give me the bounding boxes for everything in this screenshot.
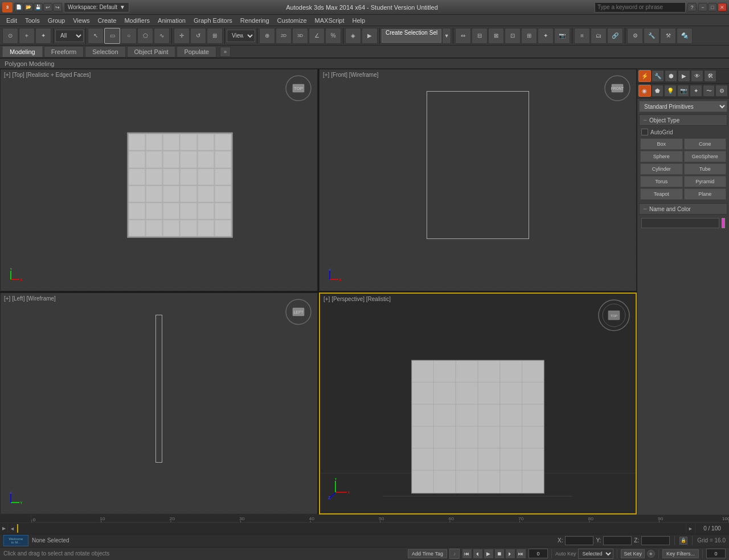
- motion-icon[interactable]: ▶: [678, 70, 690, 82]
- utilities-icon[interactable]: 🛠: [704, 70, 716, 82]
- menu-create[interactable]: Create: [93, 16, 120, 25]
- primitives-dropdown[interactable]: Standard Primitives: [639, 101, 727, 112]
- name-color-header[interactable]: − Name and Color: [639, 203, 727, 215]
- selected-dropdown[interactable]: Selected: [578, 549, 613, 559]
- play-btn[interactable]: ▶: [484, 549, 494, 559]
- viewport-front[interactable]: [+] [Front] [Wireframe] FRONT: [319, 69, 637, 291]
- audio-icon[interactable]: ♪: [449, 549, 460, 559]
- timeline-bar[interactable]: [17, 523, 686, 534]
- help-icon[interactable]: ?: [687, 3, 697, 11]
- select-rect-btn[interactable]: ▭: [104, 28, 120, 44]
- extra-btn4[interactable]: 🔩: [677, 28, 693, 44]
- btn-sphere[interactable]: Sphere: [640, 151, 683, 162]
- helpers-icon[interactable]: ✦: [690, 85, 702, 97]
- frame-nav-right[interactable]: ►: [686, 523, 695, 534]
- menu-graph-editors[interactable]: Graph Editors: [190, 16, 236, 25]
- maximize-button[interactable]: □: [708, 3, 717, 11]
- snap-3d-btn[interactable]: 3D: [292, 28, 308, 44]
- extra-btn2[interactable]: 🔧: [644, 28, 660, 44]
- filter-dropdown[interactable]: All: [55, 30, 84, 42]
- percent-snap-btn[interactable]: %: [325, 28, 341, 44]
- spacing-btn[interactable]: ⊠: [488, 28, 504, 44]
- modify-icon[interactable]: 🔧: [652, 70, 664, 82]
- select-lasso-btn[interactable]: ∿: [154, 28, 170, 44]
- menu-rendering[interactable]: Rendering: [236, 16, 273, 25]
- frame-input[interactable]: [529, 549, 548, 558]
- hierarchy-icon[interactable]: ⬢: [665, 70, 677, 82]
- menu-modifiers[interactable]: Modifiers: [120, 16, 154, 25]
- undo-btn[interactable]: ↩: [43, 3, 52, 11]
- tab-selection[interactable]: Selection: [85, 46, 125, 57]
- create-icon[interactable]: ⚡: [638, 70, 651, 82]
- tab-object-paint[interactable]: Object Paint: [127, 46, 176, 57]
- new-btn[interactable]: 📄: [14, 3, 23, 11]
- normal-align-btn[interactable]: ⊞: [521, 28, 537, 44]
- btn-cone[interactable]: Cone: [684, 138, 727, 150]
- menu-group[interactable]: Group: [44, 16, 69, 25]
- name-input[interactable]: [641, 218, 719, 228]
- viewport-perspective[interactable]: [+] [Perspective] [Realistic]: [319, 293, 637, 515]
- btn-torus[interactable]: Torus: [640, 176, 683, 187]
- btn-box[interactable]: Box: [640, 138, 683, 150]
- x-input[interactable]: [565, 536, 593, 545]
- menu-customize[interactable]: Customize: [273, 16, 311, 25]
- selection-arrow[interactable]: ▼: [442, 28, 451, 44]
- stop-btn[interactable]: ⏹: [494, 549, 505, 559]
- go-end-btn[interactable]: ⏭: [516, 549, 526, 559]
- place-highlight-btn[interactable]: ✦: [538, 28, 554, 44]
- select-object-btn[interactable]: ↖: [88, 28, 104, 44]
- object-type-header[interactable]: − Object Type: [639, 114, 727, 126]
- scale-btn[interactable]: ⊞: [207, 28, 223, 44]
- view-dropdown[interactable]: View: [227, 30, 255, 42]
- redo-btn[interactable]: ↪: [53, 3, 62, 11]
- shapes-icon[interactable]: ⬟: [652, 85, 664, 97]
- minimize-button[interactable]: −: [698, 3, 707, 11]
- asset-btn[interactable]: 🔗: [607, 28, 623, 44]
- angle-snap-btn[interactable]: ∠: [309, 28, 325, 44]
- z-input[interactable]: [641, 536, 670, 545]
- rotate-btn[interactable]: ↺: [190, 28, 206, 44]
- quick-align-btn[interactable]: ⊡: [505, 28, 521, 44]
- btn-tube[interactable]: Tube: [684, 163, 727, 175]
- color-swatch[interactable]: [722, 218, 725, 228]
- next-frame-btn[interactable]: ⏵: [505, 549, 515, 559]
- frame-nav-left[interactable]: ◄: [8, 523, 17, 534]
- geometry-icon[interactable]: ◉: [638, 85, 651, 97]
- select-circle-btn[interactable]: ○: [121, 28, 137, 44]
- systems-icon[interactable]: ⚙: [715, 85, 728, 97]
- left-expand-btn[interactable]: ▶: [2, 526, 6, 531]
- move-btn[interactable]: ✛: [174, 28, 190, 44]
- extra-btn1[interactable]: ⚙: [627, 28, 643, 44]
- scene-btn[interactable]: 🗂: [591, 28, 607, 44]
- menu-animation[interactable]: Animation: [154, 16, 190, 25]
- mirror-btn[interactable]: ⇔: [455, 28, 471, 44]
- welcome-panel[interactable]: Welcometo M...: [3, 535, 28, 546]
- render-btn[interactable]: ◈: [345, 28, 361, 44]
- display-icon[interactable]: 👁: [691, 70, 703, 82]
- open-btn[interactable]: 📂: [24, 3, 33, 11]
- lock-x-icon[interactable]: 🔒: [679, 537, 687, 545]
- render-frame-btn[interactable]: ▶: [362, 28, 378, 44]
- lights-icon[interactable]: 💡: [664, 85, 677, 97]
- menu-maxscript[interactable]: MAXScript: [311, 16, 349, 25]
- viewport-left[interactable]: [+] [Left] [Wireframe] LEFT: [0, 293, 318, 515]
- layer-btn[interactable]: ≡: [574, 28, 590, 44]
- search-input[interactable]: [595, 2, 686, 13]
- select-btn[interactable]: ⊙: [2, 28, 18, 44]
- menu-tools[interactable]: Tools: [21, 16, 44, 25]
- tab-populate[interactable]: Populate: [177, 46, 216, 57]
- tab-expand-btn[interactable]: »: [220, 47, 231, 57]
- close-button[interactable]: ✕: [718, 3, 727, 11]
- save-btn[interactable]: 💾: [34, 3, 43, 11]
- cameras-icon[interactable]: 📷: [677, 85, 690, 97]
- menu-edit[interactable]: Edit: [2, 16, 21, 25]
- add-time-tag-btn[interactable]: Add Time Tag: [408, 549, 447, 558]
- extra-btn3[interactable]: ⚒: [660, 28, 676, 44]
- btn-cylinder[interactable]: Cylinder: [640, 163, 683, 175]
- btn-pyramid[interactable]: Pyramid: [684, 176, 727, 187]
- autogrid-checkbox[interactable]: [641, 129, 648, 135]
- key-dot[interactable]: ◆: [647, 550, 655, 558]
- btn-plane[interactable]: Plane: [684, 188, 727, 200]
- snap-2d-btn[interactable]: 2D: [276, 28, 292, 44]
- key-filters-btn[interactable]: Key Filters...: [662, 549, 699, 558]
